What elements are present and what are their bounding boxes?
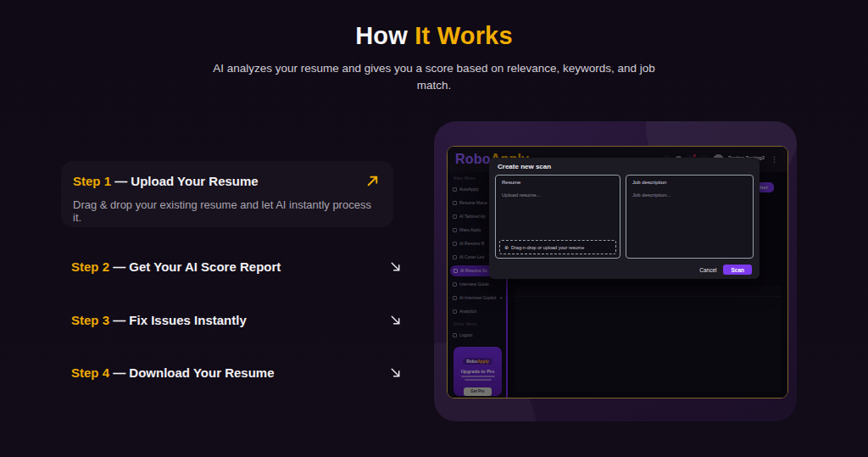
step-1-label: Step 1	[73, 174, 111, 188]
resume-placeholder: Upload resume...	[502, 192, 614, 198]
step-4-title: Step 4 — Download Your Resume	[71, 365, 275, 380]
dropzone-text: Drag-n-drop or upload your resume	[511, 245, 584, 250]
step-2-title: Step 2 — Get Your AI Score Report	[71, 259, 281, 274]
step-3-row[interactable]: Step 3 — Fix Issues Instantly	[71, 310, 402, 329]
step-2-row[interactable]: Step 2 — Get Your AI Score Report	[71, 257, 402, 276]
step-1-title: Step 1 — Upload Your Resume	[73, 174, 259, 188]
step-1-card[interactable]: Step 1 — Upload Your Resume Drag & drop …	[61, 161, 393, 227]
step-3-title-text: Fix Issues Instantly	[129, 313, 246, 327]
step-4-label: Step 4	[71, 365, 109, 380]
step-4-dash: —	[113, 365, 125, 380]
how-it-works-section: How It Works AI analyzes your resume and…	[0, 0, 868, 457]
step-4-row[interactable]: Step 4 — Download Your Resume	[71, 363, 402, 382]
job-description-label: Job description	[632, 180, 747, 185]
step-3-label: Step 3	[71, 313, 109, 327]
step-1-description: Drag & drop your existing resume and let…	[73, 198, 380, 224]
step-2-label: Step 2	[71, 259, 109, 274]
step-1-title-text: Upload Your Resume	[131, 174, 258, 188]
create-new-scan-modal: Create new scan Resume Upload resume... …	[489, 158, 760, 279]
cancel-button[interactable]: Cancel	[699, 267, 716, 273]
arrow-down-right-icon	[389, 260, 402, 273]
resume-upload-pane[interactable]: Resume Upload resume... ⊕ Drag-n-drop or…	[495, 175, 620, 259]
attach-icon: ⊕	[504, 244, 509, 250]
step-2-dash: —	[113, 259, 125, 274]
resume-dropzone[interactable]: ⊕ Drag-n-drop or upload your resume	[499, 240, 616, 254]
job-description-placeholder: Job description...	[632, 192, 747, 198]
job-description-pane[interactable]: Job description Job description...	[626, 175, 754, 259]
section-title: How It Works	[0, 22, 868, 50]
arrow-up-right-icon	[365, 174, 380, 188]
arrow-down-right-icon	[389, 314, 402, 326]
section-title-prefix: How	[355, 22, 408, 49]
section-subtitle: AI analyzes your resume and gives you a …	[205, 60, 663, 95]
step-1-dash: —	[114, 174, 127, 188]
section-title-accent: It Works	[415, 22, 512, 49]
arrow-down-right-icon	[389, 366, 402, 379]
scan-button[interactable]: Scan	[723, 265, 752, 275]
app-screenshot-card: RoboApply Testing Testing2 ⋮ Main Menu A…	[434, 121, 797, 421]
modal-footer: Cancel Scan	[699, 265, 752, 275]
step-3-dash: —	[113, 313, 125, 327]
step-3-title: Step 3 — Fix Issues Instantly	[71, 313, 247, 327]
step-4-title-text: Download Your Resume	[129, 365, 274, 380]
modal-title: Create new scan	[498, 163, 551, 170]
step-1-header[interactable]: Step 1 — Upload Your Resume	[73, 174, 380, 188]
resume-label: Resume	[502, 180, 614, 185]
step-2-title-text: Get Your AI Score Report	[129, 259, 281, 274]
roboapply-app-window: RoboApply Testing Testing2 ⋮ Main Menu A…	[447, 146, 788, 398]
